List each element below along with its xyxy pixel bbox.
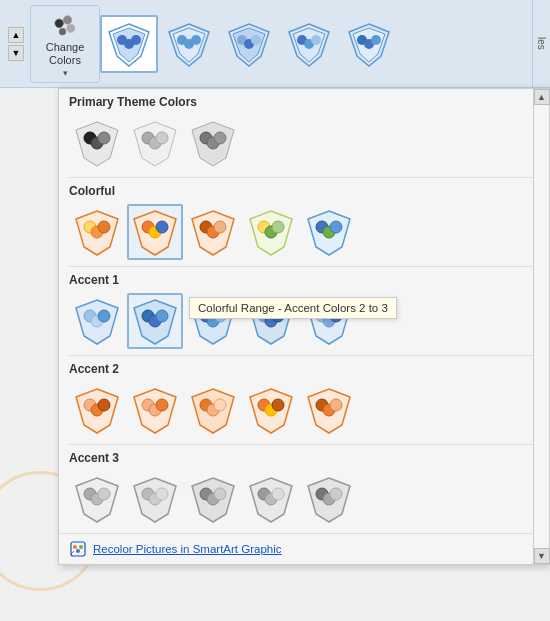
- colorful-section-title: Colorful: [59, 178, 549, 202]
- svg-point-32: [98, 132, 110, 144]
- accent1-color-2[interactable]: [127, 293, 183, 349]
- svg-point-112: [214, 488, 226, 500]
- svg-point-0: [55, 19, 63, 27]
- recolor-link[interactable]: Recolor Pictures in SmartArt Graphic: [59, 533, 549, 564]
- svg-point-3: [59, 28, 66, 35]
- svg-point-23: [311, 35, 321, 45]
- primary-section-title: Primary Theme Colors: [59, 89, 549, 113]
- tooltip: Colorful Range - Accent Colors 2 to 3: [189, 297, 397, 319]
- svg-point-120: [330, 488, 342, 500]
- change-colors-label: Change Colors: [35, 41, 95, 67]
- smartart-icon-selected[interactable]: [100, 15, 158, 73]
- change-colors-button[interactable]: Change Colors ▾: [30, 5, 100, 83]
- colorful-color-2[interactable]: [127, 204, 183, 260]
- smartart-icon-2[interactable]: [160, 15, 218, 73]
- primary-color-1[interactable]: [69, 115, 125, 171]
- primary-color-2[interactable]: [127, 115, 183, 171]
- colorful-icon-row: [59, 202, 549, 266]
- svg-point-40: [214, 132, 226, 144]
- accent3-color-4[interactable]: [243, 471, 299, 527]
- tooltip-text: Colorful Range - Accent Colors 2 to 3: [198, 302, 388, 314]
- svg-point-84: [98, 399, 110, 411]
- toolbar: ▲ ▼ Change Colors ▾: [0, 0, 550, 88]
- primary-color-3[interactable]: [185, 115, 241, 171]
- svg-point-2: [67, 24, 75, 32]
- accent2-color-3[interactable]: [185, 382, 241, 438]
- smartart-icon-5[interactable]: [340, 15, 398, 73]
- svg-point-124: [79, 545, 83, 549]
- svg-point-44: [98, 221, 110, 233]
- accent3-icon-row: [59, 469, 549, 533]
- accent3-color-5[interactable]: [301, 471, 357, 527]
- accent2-color-1[interactable]: [69, 382, 125, 438]
- scroll-track: [534, 105, 549, 548]
- right-label: les: [532, 0, 550, 87]
- accent3-color-1[interactable]: [69, 471, 125, 527]
- accent2-color-2[interactable]: [127, 382, 183, 438]
- section-accent3: Accent 3: [59, 445, 549, 533]
- svg-point-108: [156, 488, 168, 500]
- accent1-section-title: Accent 1: [59, 267, 549, 291]
- svg-point-123: [76, 549, 80, 553]
- svg-point-68: [156, 310, 168, 322]
- change-colors-icon: [46, 10, 84, 42]
- svg-point-18: [251, 35, 261, 45]
- svg-point-64: [98, 310, 110, 322]
- svg-point-96: [272, 399, 284, 411]
- svg-point-36: [156, 132, 168, 144]
- svg-point-104: [98, 488, 110, 500]
- section-primary: Primary Theme Colors: [59, 89, 549, 177]
- section-colorful: Colorful: [59, 178, 549, 266]
- colorful-color-5[interactable]: [301, 204, 357, 260]
- scroll-down-button[interactable]: ▼: [534, 548, 550, 564]
- svg-point-13: [191, 35, 201, 45]
- svg-point-92: [214, 399, 226, 411]
- accent2-color-5[interactable]: [301, 382, 357, 438]
- svg-point-28: [371, 35, 381, 45]
- primary-icon-row: [59, 113, 549, 177]
- svg-point-122: [73, 545, 77, 549]
- svg-point-1: [63, 15, 71, 23]
- color-picker-dropdown: Primary Theme Colors: [58, 88, 550, 565]
- up-arrow-button[interactable]: ▲: [8, 27, 24, 43]
- accent3-color-3[interactable]: [185, 471, 241, 527]
- recolor-link-label: Recolor Pictures in SmartArt Graphic: [93, 543, 282, 555]
- panel-content: Primary Theme Colors: [59, 89, 549, 564]
- section-accent2: Accent 2: [59, 356, 549, 444]
- accent2-icon-row: [59, 380, 549, 444]
- accent1-color-1[interactable]: [69, 293, 125, 349]
- colorful-color-3[interactable]: [185, 204, 241, 260]
- svg-point-56: [272, 221, 284, 233]
- smartart-icons-row: [100, 15, 542, 73]
- accent2-color-4[interactable]: [243, 382, 299, 438]
- dropdown-arrow-icon: ▾: [63, 68, 68, 78]
- down-arrow-button[interactable]: ▼: [8, 45, 24, 61]
- svg-point-88: [156, 399, 168, 411]
- smartart-icon-3[interactable]: [220, 15, 278, 73]
- svg-point-52: [214, 221, 226, 233]
- svg-point-116: [272, 488, 284, 500]
- accent3-section-title: Accent 3: [59, 445, 549, 469]
- svg-point-48: [156, 221, 168, 233]
- scroll-up-button[interactable]: ▲: [534, 89, 550, 105]
- scrollbar[interactable]: ▲ ▼: [533, 89, 549, 564]
- svg-point-8: [131, 35, 141, 45]
- smartart-icon-4[interactable]: [280, 15, 338, 73]
- accent2-section-title: Accent 2: [59, 356, 549, 380]
- accent3-color-2[interactable]: [127, 471, 183, 527]
- colorful-color-4[interactable]: [243, 204, 299, 260]
- svg-point-60: [330, 221, 342, 233]
- colorful-color-1[interactable]: [69, 204, 125, 260]
- svg-point-100: [330, 399, 342, 411]
- recolor-icon: [69, 540, 87, 558]
